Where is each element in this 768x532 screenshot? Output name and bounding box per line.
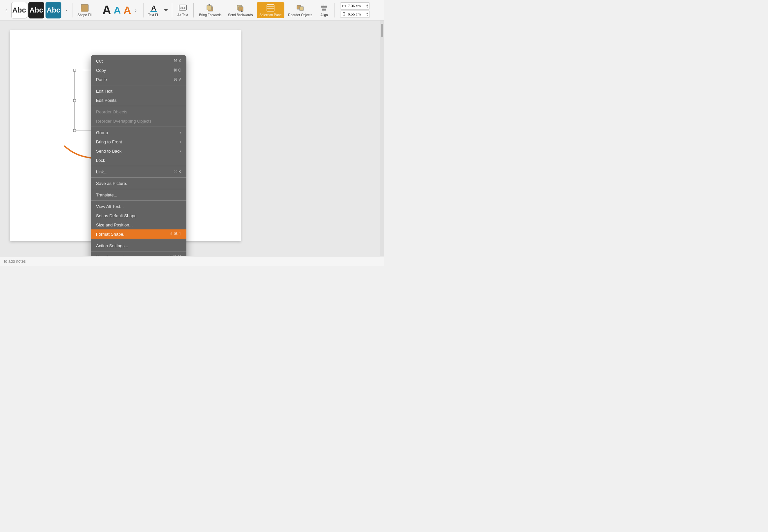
menu-item-send-to-back[interactable]: Send to Back › (91, 146, 186, 156)
reorder-objects-icon (296, 3, 305, 13)
align-button[interactable]: Align (316, 2, 332, 18)
size-panel: 7.06 cm ▲ ▼ 6.55 cm ▲ ▼ (340, 2, 370, 18)
menu-item-new-comment-label: New Comment (96, 255, 124, 256)
separator-3 (91, 127, 186, 127)
menu-item-size-position-label: Size and Position... (96, 222, 133, 227)
toolbar: ‹ Abc Abc Abc › Shape Fill A A A › A Tex… (0, 0, 384, 20)
menu-item-size-position[interactable]: Size and Position... (91, 220, 186, 229)
bring-forwards-button[interactable]: Bring Forwards (196, 2, 224, 18)
menu-item-bring-to-front-arrow: › (180, 140, 181, 144)
menu-item-lock[interactable]: Lock (91, 156, 186, 165)
send-backwards-button[interactable]: Send Backwards (225, 2, 255, 18)
menu-item-group-arrow: › (180, 131, 181, 134)
menu-item-translate[interactable]: Translate... (91, 190, 186, 199)
nav-right-button[interactable]: › (63, 7, 70, 14)
selection-pane-button[interactable]: Selection Pane (257, 2, 284, 18)
separator-5 (91, 177, 186, 178)
alt-text-button[interactable]: ALT Alt Text (175, 2, 191, 18)
text-style-large[interactable]: A (102, 4, 111, 16)
selection-pane-icon (266, 3, 275, 13)
notes-bar: to add notes (0, 256, 384, 266)
divider-2 (97, 3, 97, 17)
size-width-arrows[interactable]: ▲ ▼ (366, 4, 368, 8)
menu-item-cut-shortcut: ⌘ X (173, 59, 181, 63)
menu-item-link-shortcut: ⌘ K (173, 169, 181, 174)
reorder-objects-button[interactable]: Reorder Objects (286, 2, 315, 18)
menu-item-default-shape[interactable]: Set as Default Shape (91, 211, 186, 220)
svg-marker-14 (241, 11, 243, 12)
notes-placeholder: to add notes (4, 259, 26, 264)
size-width-row[interactable]: 7.06 cm ▲ ▼ (340, 2, 370, 10)
text-fill-group[interactable]: A Text Fill (146, 2, 161, 18)
size-width-icon (342, 4, 346, 8)
nav-left-button[interactable]: ‹ (3, 7, 10, 14)
bring-forwards-icon (206, 3, 215, 13)
reorder-objects-label: Reorder Objects (288, 13, 312, 17)
style-btn-teal[interactable]: Abc (45, 2, 61, 18)
menu-item-action-settings[interactable]: Action Settings... (91, 241, 186, 250)
menu-item-link[interactable]: Link... ⌘ K (91, 167, 186, 176)
size-height-value: 6.55 cm (348, 12, 365, 16)
size-width-value: 7.06 cm (348, 4, 365, 8)
menu-item-group-label: Group (96, 130, 108, 135)
shape-fill-icon (80, 3, 89, 13)
handle-bl[interactable] (73, 129, 76, 132)
alt-text-icon: ALT (178, 3, 187, 13)
menu-item-new-comment[interactable]: New Comment ⇧ ⌘ M (91, 252, 186, 256)
shape-fill-button[interactable]: Shape Fill (75, 2, 94, 18)
size-height-icon (342, 12, 346, 16)
svg-rect-19 (300, 7, 304, 11)
menu-item-bring-to-front[interactable]: Bring to Front › (91, 137, 186, 146)
svg-rect-21 (321, 6, 327, 8)
menu-item-edit-text[interactable]: Edit Text (91, 86, 186, 96)
scrollbar-vertical[interactable] (380, 20, 384, 256)
menu-item-paste-label: Paste (96, 77, 107, 82)
text-fill-label: Text Fill (148, 13, 159, 17)
menu-item-reorder-overlapping-label: Reorder Overlapping Objects (96, 119, 151, 124)
svg-marker-10 (208, 4, 210, 5)
menu-item-new-comment-shortcut: ⇧ ⌘ M (168, 255, 181, 256)
menu-item-link-label: Link... (96, 169, 107, 174)
separator-6 (91, 189, 186, 189)
size-height-arrows[interactable]: ▲ ▼ (366, 12, 368, 16)
menu-item-view-alt-text[interactable]: View Alt Text... (91, 202, 186, 211)
text-style-medium[interactable]: A (113, 5, 121, 15)
menu-item-copy-shortcut: ⌘ C (173, 68, 181, 73)
menu-item-save-picture[interactable]: Save as Picture... (91, 179, 186, 188)
style-btn-white[interactable]: Abc (11, 2, 27, 18)
menu-item-format-shape-shortcut: ⇧ ⌘ 1 (169, 232, 181, 236)
menu-item-format-shape-label: Format Shape... (96, 232, 127, 237)
separator-4 (91, 166, 186, 166)
text-style-group: A A A › (100, 4, 140, 16)
menu-item-edit-points[interactable]: Edit Points (91, 96, 186, 105)
menu-item-reorder-overlapping: Reorder Overlapping Objects (91, 116, 186, 126)
separator-1 (91, 85, 186, 85)
handle-tl[interactable] (73, 69, 76, 72)
style-btn-dark[interactable]: Abc (28, 2, 44, 18)
menu-item-save-picture-label: Save as Picture... (96, 181, 130, 186)
svg-rect-22 (322, 9, 326, 11)
divider-1 (73, 3, 73, 17)
divider-4 (172, 3, 172, 17)
text-style-more[interactable]: › (133, 7, 138, 14)
text-fill-dropdown-icon[interactable] (162, 6, 169, 15)
shape-fill-label: Shape Fill (77, 13, 92, 17)
text-style-orange[interactable]: A (123, 5, 131, 15)
menu-item-cut[interactable]: Cut ⌘ X (91, 56, 186, 66)
svg-text:ALT: ALT (180, 6, 185, 10)
handle-ml[interactable] (73, 99, 76, 102)
svg-rect-1 (81, 9, 88, 12)
divider-6 (335, 3, 335, 17)
menu-item-group[interactable]: Group › (91, 128, 186, 137)
scrollbar-thumb[interactable] (381, 24, 383, 37)
menu-item-copy[interactable]: Copy ⌘ C (91, 66, 186, 75)
menu-item-format-shape[interactable]: Format Shape... ⇧ ⌘ 1 (91, 229, 186, 239)
menu-item-reorder-objects: Reorder Objects (91, 107, 186, 116)
send-backwards-icon (236, 3, 245, 13)
menu-item-paste-shortcut: ⌘ V (173, 77, 181, 82)
menu-item-copy-label: Copy (96, 68, 106, 73)
svg-marker-4 (164, 9, 168, 11)
size-height-row[interactable]: 6.55 cm ▲ ▼ (340, 11, 370, 18)
separator-2 (91, 106, 186, 106)
menu-item-paste[interactable]: Paste ⌘ V (91, 75, 186, 84)
